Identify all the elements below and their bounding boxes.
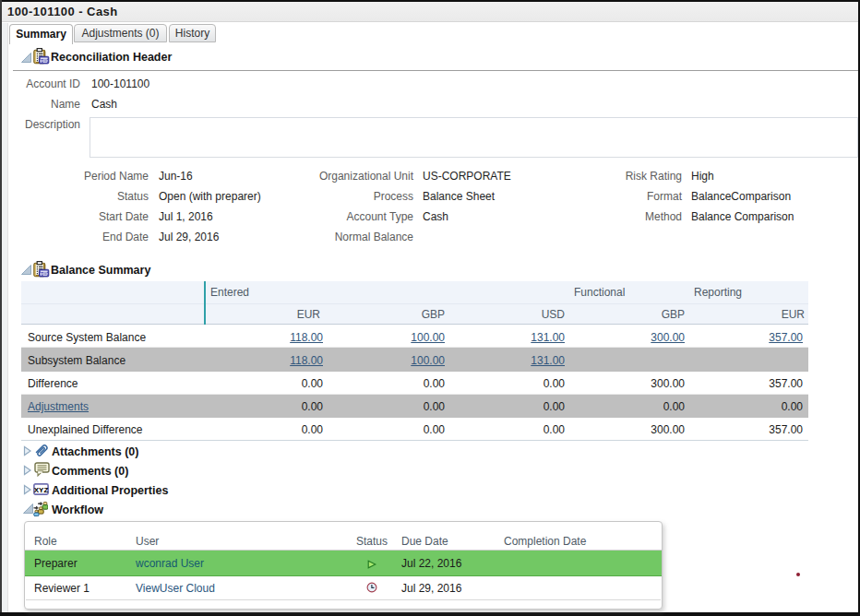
svg-text:XYZ: XYZ xyxy=(34,486,49,494)
